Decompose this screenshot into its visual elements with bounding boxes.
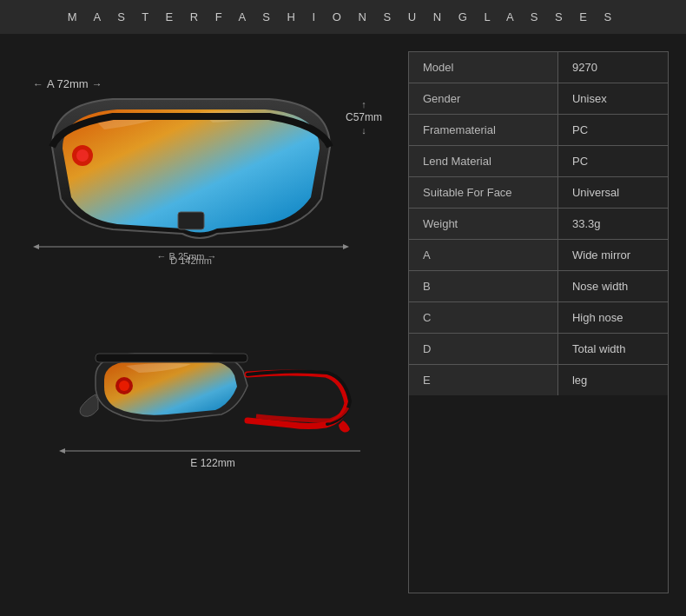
spec-label: Framematerial xyxy=(409,115,557,146)
glasses-front-svg: ← B 25mm → D 142mm xyxy=(26,77,356,277)
spec-value: High nose xyxy=(557,302,668,334)
svg-point-10 xyxy=(119,381,129,391)
svg-text:D 142mm: D 142mm xyxy=(170,255,212,266)
spec-label: D xyxy=(409,334,557,365)
spec-value: 9270 xyxy=(557,52,668,83)
spec-row: DTotal width xyxy=(409,334,668,365)
spec-table: Model9270GenderUnisexFramematerialPCLend… xyxy=(409,52,668,395)
spec-value: Unisex xyxy=(557,83,668,115)
svg-point-2 xyxy=(76,149,89,162)
spec-row: CHigh nose xyxy=(409,302,668,334)
svg-marker-6 xyxy=(343,244,349,249)
specs-panel: Model9270GenderUnisexFramematerialPCLend… xyxy=(408,51,669,593)
spec-row: FramematerialPC xyxy=(409,115,668,146)
left-panel: ← A 72mm → xyxy=(17,51,391,593)
spec-value: Nose width xyxy=(557,271,668,302)
spec-row: Model9270 xyxy=(409,52,668,83)
spec-row: AWide mirror xyxy=(409,240,668,271)
spec-label: E xyxy=(409,365,557,396)
glasses-front-view: ← A 72mm → xyxy=(17,51,391,295)
spec-row: BNose width xyxy=(409,271,668,302)
glasses-side-svg: E 122mm xyxy=(48,338,360,477)
spec-value: leg xyxy=(557,365,668,396)
spec-row: Eleg xyxy=(409,365,668,396)
svg-marker-5 xyxy=(33,244,39,249)
dim-c-label: C57mm xyxy=(346,111,382,123)
svg-rect-0 xyxy=(178,212,204,229)
page-header: M A S T E R F A S H I O N S U N G L A S … xyxy=(0,0,686,34)
glasses-side-view: E 122mm xyxy=(17,321,391,494)
spec-label: Suitable For Face xyxy=(409,177,557,209)
spec-label: A xyxy=(409,240,557,271)
spec-row: Weight33.3g xyxy=(409,209,668,240)
spec-label: B xyxy=(409,271,557,302)
svg-text:E 122mm: E 122mm xyxy=(190,457,234,469)
spec-value: PC xyxy=(557,146,668,177)
spec-value: Total width xyxy=(557,334,668,365)
main-content: ← A 72mm → xyxy=(0,34,686,611)
spec-row: Suitable For FaceUniversal xyxy=(409,177,668,209)
spec-value: Wide mirror xyxy=(557,240,668,271)
spec-label: Gender xyxy=(409,83,557,115)
brand-title: M A S T E R F A S H I O N S U N G L A S … xyxy=(68,10,618,23)
spec-label: Model xyxy=(409,52,557,83)
svg-rect-8 xyxy=(96,354,247,362)
spec-value: 33.3g xyxy=(557,209,668,240)
svg-marker-12 xyxy=(59,448,65,454)
spec-row: Lend MaterialPC xyxy=(409,146,668,177)
spec-row: GenderUnisex xyxy=(409,83,668,115)
spec-label: C xyxy=(409,302,557,334)
spec-value: Universal xyxy=(557,177,668,209)
spec-value: PC xyxy=(557,115,668,146)
spec-label: Weight xyxy=(409,209,557,240)
spec-label: Lend Material xyxy=(409,146,557,177)
